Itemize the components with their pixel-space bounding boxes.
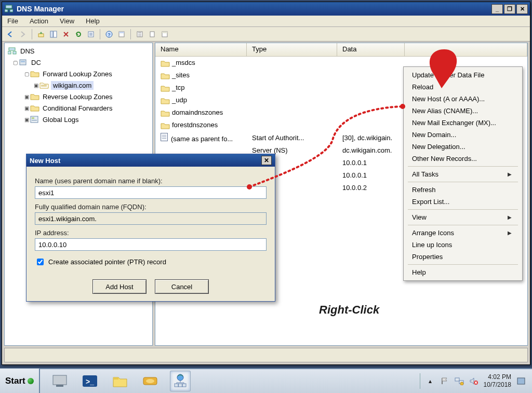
menu-lineup-icons[interactable]: Line up Icons [405, 239, 521, 251]
statusbar [4, 348, 528, 362]
menu-refresh[interactable]: Refresh [405, 184, 521, 196]
folder-icon [161, 60, 170, 67]
new-host-dialog[interactable]: New Host ✕ Name (uses parent domain name… [26, 154, 275, 302]
submenu-arrow-icon: ▶ [508, 214, 512, 220]
dialog-titlebar[interactable]: New Host ✕ [26, 154, 275, 167]
window-title: DNS Manager [17, 5, 64, 13]
folder-icon [161, 97, 170, 104]
menu-action[interactable]: Action [28, 16, 50, 26]
new-zone-button[interactable] [159, 29, 170, 39]
expand-icon[interactable]: ▣ [23, 117, 30, 123]
titlebar[interactable]: DNS Manager _ ❐ ✕ [2, 2, 530, 16]
menu-properties[interactable]: Properties [405, 251, 521, 263]
svg-rect-14 [150, 32, 154, 37]
expand-icon[interactable]: ▣ [23, 94, 30, 100]
menu-item[interactable]: Reload [405, 81, 521, 93]
menu-item[interactable]: Other New Records... [405, 153, 521, 165]
properties-button[interactable] [116, 29, 127, 39]
show-hide-tree-button[interactable] [48, 29, 59, 39]
folder-icon [30, 70, 39, 77]
submenu-arrow-icon: ▶ [508, 171, 512, 177]
annotation-label: Right-Click [319, 303, 379, 317]
taskbar[interactable]: Start >_ ▴ ! 4:02 PM 10/7/2018 [0, 368, 532, 393]
tree-dc[interactable]: ▢ DC [5, 57, 152, 68]
add-host-button[interactable]: Add Host [92, 279, 147, 294]
menu-view[interactable]: View▶ [405, 211, 521, 223]
system-tray[interactable]: ▴ ! 4:02 PM 10/7/2018 [414, 373, 532, 389]
col-type[interactable]: Type [247, 43, 337, 56]
menu-item[interactable]: New Domain... [405, 129, 521, 141]
tray-volume-icon[interactable] [469, 376, 478, 386]
taskbar-explorer[interactable] [110, 371, 130, 391]
back-button[interactable] [5, 29, 16, 39]
taskbar-dns-manager[interactable] [170, 371, 191, 391]
tray-clock[interactable]: 4:02 PM 10/7/2018 [484, 373, 511, 389]
menu-arrange-icons[interactable]: Arrange Icons▶ [405, 227, 521, 239]
menu-item[interactable]: New Alias (CNAME)... [405, 105, 521, 117]
tree-forward-zones[interactable]: ▢ Forward Lookup Zones [5, 68, 152, 79]
zone-icon [39, 82, 49, 89]
menu-all-tasks[interactable]: All Tasks▶ [405, 168, 521, 180]
expand-icon[interactable]: ▣ [33, 83, 39, 88]
menu-item[interactable]: Update Server Data File [405, 69, 521, 81]
minimize-button[interactable]: _ [491, 4, 503, 14]
start-button[interactable]: Start [0, 369, 40, 393]
taskbar-server-manager[interactable] [49, 371, 70, 391]
cancel-button[interactable]: Cancel [155, 279, 209, 294]
ptr-checkbox[interactable] [37, 259, 44, 265]
tray-network-icon[interactable]: ! [455, 376, 464, 386]
context-menu[interactable]: Update Server Data FileReloadNew Host (A… [403, 66, 523, 281]
tree-root-dns[interactable]: DNS [5, 45, 152, 57]
tray-show-hidden-icon[interactable]: ▴ [425, 376, 435, 386]
svg-rect-12 [119, 32, 124, 33]
menu-item[interactable]: New Host (A or AAAA)... [405, 93, 521, 105]
ip-input[interactable] [35, 238, 267, 251]
up-button[interactable] [36, 29, 46, 39]
svg-rect-21 [21, 61, 25, 62]
col-data[interactable]: Data [337, 43, 405, 56]
tree-zone-wikigain[interactable]: ▣ wikigain.com [5, 79, 152, 91]
tree-reverse-zones[interactable]: ▣ Reverse Lookup Zones [5, 91, 152, 102]
menu-help[interactable]: Help [84, 16, 102, 26]
forward-button[interactable] [18, 29, 28, 39]
maximize-button[interactable]: ❐ [504, 4, 515, 14]
svg-rect-37 [178, 384, 182, 387]
tree-conditional-forwarders[interactable]: ▣ Conditional Forwarders [5, 102, 152, 114]
collapse-icon[interactable]: ▢ [12, 60, 18, 65]
col-extra[interactable] [405, 43, 527, 56]
menu-file[interactable]: File [5, 16, 20, 26]
delete-button[interactable] [61, 29, 71, 39]
export-button[interactable] [86, 29, 96, 39]
menu-item[interactable]: New Delegation... [405, 141, 521, 153]
filter-button[interactable] [135, 29, 145, 39]
svg-text:>_: >_ [86, 377, 94, 386]
refresh-button[interactable] [73, 29, 84, 39]
ip-label: IP address: [35, 229, 267, 237]
close-button[interactable]: ✕ [516, 4, 528, 14]
new-record-button[interactable] [147, 29, 157, 39]
dialog-close-button[interactable]: ✕ [261, 156, 272, 165]
folder-icon [161, 110, 170, 117]
col-name[interactable]: Name [155, 43, 247, 56]
help-button[interactable]: ? [104, 29, 114, 39]
expand-icon[interactable]: ▣ [23, 105, 30, 111]
tree-global-logs[interactable]: ▣ Global Logs [5, 114, 152, 125]
svg-rect-27 [53, 375, 66, 385]
svg-rect-16 [162, 32, 167, 33]
tray-show-desktop[interactable] [516, 376, 526, 386]
taskbar-app[interactable] [140, 371, 161, 391]
taskbar-powershell[interactable]: >_ [79, 371, 100, 391]
folder-icon [161, 72, 170, 79]
menu-item[interactable]: New Mail Exchanger (MX)... [405, 117, 521, 129]
menu-view[interactable]: View [58, 16, 76, 26]
menu-separator [408, 264, 518, 265]
name-input[interactable] [35, 186, 267, 199]
svg-rect-5 [38, 34, 44, 37]
fqdn-label: Fully qualified domain name (FQDN): [35, 203, 267, 211]
tray-flag-icon[interactable] [440, 376, 449, 386]
svg-rect-18 [8, 51, 11, 54]
fqdn-input [35, 212, 267, 225]
menu-export-list[interactable]: Export List... [405, 196, 521, 208]
menu-help[interactable]: Help [405, 266, 521, 278]
collapse-icon[interactable]: ▢ [23, 71, 30, 77]
